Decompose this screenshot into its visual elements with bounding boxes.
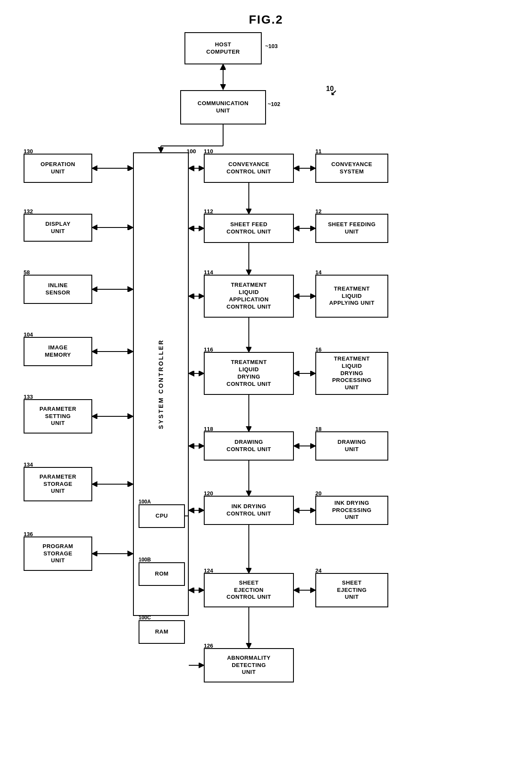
ref-24: 24 — [315, 567, 321, 574]
system-controller-block: SYSTEM CONTROLLER — [133, 152, 189, 616]
ink-drying-control-unit-block: INK DRYINGCONTROL UNIT — [204, 496, 294, 525]
sheet-ejection-control-unit-block: SHEETEJECTIONCONTROL UNIT — [204, 573, 294, 607]
display-unit-label: DISPLAYUNIT — [45, 221, 71, 235]
ref-11: 11 — [315, 148, 321, 155]
sheet-feed-control-unit-label: SHEET FEEDCONTROL UNIT — [227, 221, 271, 236]
sheet-feeding-unit-label: SHEET FEEDINGUNIT — [328, 221, 375, 236]
treatment-liquid-drying-control-unit-label: TREATMENTLIQUIDDRYINGCONTROL UNIT — [227, 359, 271, 388]
parameter-storage-unit-label: PARAMETERSTORAGEUNIT — [39, 473, 76, 495]
ref-16: 16 — [315, 346, 321, 353]
ref-112: 112 — [204, 208, 213, 215]
display-unit-block: DISPLAYUNIT — [24, 214, 92, 242]
ref-132: 132 — [24, 208, 33, 215]
ref-110: 110 — [204, 148, 213, 155]
parameter-setting-unit-block: PARAMETERSETTINGUNIT — [24, 399, 92, 434]
parameter-storage-unit-block: PARAMETERSTORAGEUNIT — [24, 467, 92, 501]
host-computer-label: HOSTCOMPUTER — [206, 41, 240, 56]
operation-unit-block: OPERATIONUNIT — [24, 154, 92, 183]
program-storage-unit-label: PROGRAMSTORAGEUNIT — [42, 543, 73, 565]
host-computer-block: HOSTCOMPUTER — [184, 32, 262, 64]
image-memory-block: IMAGEMEMORY — [24, 337, 92, 366]
cpu-label: CPU — [156, 512, 168, 520]
ref-100a: 100A — [139, 499, 151, 505]
rom-label: ROM — [155, 570, 169, 578]
conveyance-control-unit-label: CONVEYANCECONTROL UNIT — [227, 161, 271, 176]
drawing-unit-block: DRAWINGUNIT — [315, 431, 388, 461]
abnormality-detecting-unit-block: ABNORMALITYDETECTINGUNIT — [204, 648, 294, 682]
conveyance-system-block: CONVEYANCESYSTEM — [315, 154, 388, 183]
ram-block: RAM — [139, 620, 185, 644]
sheet-ejecting-unit-block: SHEETEJECTINGUNIT — [315, 573, 388, 607]
inline-sensor-block: INLINESENSOR — [24, 275, 92, 304]
drawing-control-unit-label: DRAWINGCONTROL UNIT — [227, 439, 271, 453]
ref-14: 14 — [315, 269, 321, 276]
ref-100b: 100B — [139, 557, 151, 563]
sheet-ejection-control-unit-label: SHEETEJECTIONCONTROL UNIT — [227, 579, 271, 601]
ref-102: ~102 — [268, 101, 280, 107]
ram-label: RAM — [155, 628, 168, 636]
system-controller-label: SYSTEM CONTROLLER — [157, 339, 165, 429]
abnormality-detecting-unit-label: ABNORMALITYDETECTINGUNIT — [227, 655, 271, 676]
parameter-setting-unit-label: PARAMETERSETTINGUNIT — [39, 406, 76, 427]
communication-unit-block: COMMUNICATIONUNIT — [180, 90, 266, 124]
ref-20: 20 — [315, 490, 321, 497]
sheet-ejecting-unit-label: SHEETEJECTINGUNIT — [337, 579, 366, 601]
ref-133: 133 — [24, 394, 33, 400]
ref-58: 58 — [24, 269, 30, 276]
ref-10-arrow: ↙ — [330, 88, 337, 97]
ref-12: 12 — [315, 208, 321, 215]
ref-124: 124 — [204, 567, 213, 574]
ref-116: 116 — [204, 346, 213, 353]
ref-136: 136 — [24, 531, 33, 537]
ref-18: 18 — [315, 426, 321, 432]
inline-sensor-label: INLINESENSOR — [45, 282, 70, 297]
treatment-liquid-applying-unit-label: TREATMENTLIQUIDAPPLYING UNIT — [329, 285, 375, 307]
treatment-liquid-drying-processing-unit-block: TREATMENTLIQUIDDRYINGPROCESSINGUNIT — [315, 352, 388, 395]
ink-drying-processing-unit-block: INK DRYINGPROCESSINGUNIT — [315, 496, 388, 525]
sheet-feeding-unit-block: SHEET FEEDINGUNIT — [315, 214, 388, 243]
ref-126: 126 — [204, 643, 213, 649]
image-memory-label: IMAGEMEMORY — [45, 344, 71, 359]
sheet-feed-control-unit-block: SHEET FEEDCONTROL UNIT — [204, 214, 294, 243]
conveyance-control-unit-block: CONVEYANCECONTROL UNIT — [204, 154, 294, 183]
ref-114: 114 — [204, 269, 213, 276]
program-storage-unit-block: PROGRAMSTORAGEUNIT — [24, 537, 92, 571]
ref-100c: 100C — [139, 615, 151, 621]
treatment-liquid-applying-unit-block: TREATMENTLIQUIDAPPLYING UNIT — [315, 275, 388, 318]
diagram: FIG.2 HOSTCOMPUTER ~103 COMMUNICATIONUNI… — [0, 0, 532, 761]
treatment-liquid-application-control-unit-block: TREATMENTLIQUIDAPPLICATIONCONTROL UNIT — [204, 275, 294, 318]
communication-unit-label: COMMUNICATIONUNIT — [198, 100, 249, 115]
conveyance-system-label: CONVEYANCESYSTEM — [331, 161, 372, 176]
drawing-unit-label: DRAWINGUNIT — [338, 439, 366, 453]
cpu-block: CPU — [139, 504, 185, 528]
ref-118: 118 — [204, 426, 213, 432]
operation-unit-label: OPERATIONUNIT — [41, 161, 76, 176]
ink-drying-control-unit-label: INK DRYINGCONTROL UNIT — [227, 503, 271, 518]
treatment-liquid-drying-processing-unit-label: TREATMENTLIQUIDDRYINGPROCESSINGUNIT — [332, 355, 372, 391]
ref-100: 100 — [187, 148, 196, 155]
treatment-liquid-drying-control-unit-block: TREATMENTLIQUIDDRYINGCONTROL UNIT — [204, 352, 294, 395]
ref-134: 134 — [24, 461, 33, 468]
ref-104: 104 — [24, 331, 33, 338]
treatment-liquid-application-control-unit-label: TREATMENTLIQUIDAPPLICATIONCONTROL UNIT — [227, 282, 271, 311]
ref-103: ~103 — [265, 43, 278, 49]
rom-block: ROM — [139, 562, 185, 586]
drawing-control-unit-block: DRAWINGCONTROL UNIT — [204, 431, 294, 461]
ink-drying-processing-unit-label: INK DRYINGPROCESSINGUNIT — [332, 500, 372, 521]
ref-120: 120 — [204, 490, 213, 497]
figure-title: FIG.2 — [249, 13, 283, 27]
ref-130: 130 — [24, 148, 33, 155]
